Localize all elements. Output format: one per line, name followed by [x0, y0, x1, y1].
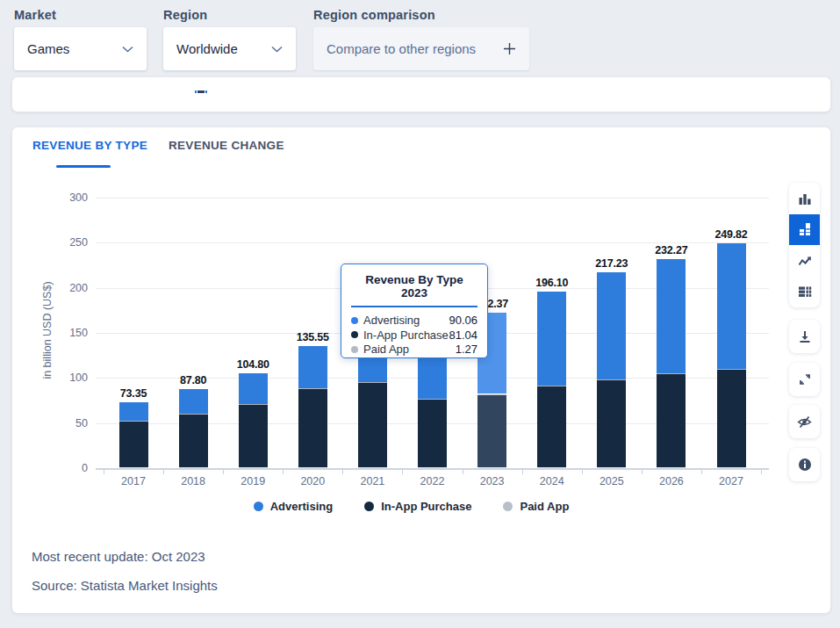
bar-segment-advertising-2018[interactable] [179, 389, 208, 414]
x-axis-tick [283, 470, 284, 474]
column-chart-icon[interactable] [789, 183, 820, 214]
bar-segment-paid-app-2019[interactable] [239, 467, 268, 468]
tooltip-series-dot [351, 317, 358, 324]
bar-segment-paid-app-2022[interactable] [418, 467, 447, 468]
bar-segment-advertising-2027[interactable] [717, 243, 746, 369]
legend-dot [503, 502, 513, 511]
x-axis-label: 2019 [225, 475, 281, 487]
x-axis-tick [104, 470, 104, 474]
market-filter-label: Market [14, 8, 56, 22]
bar-segment-in-app-purchase-2023[interactable] [477, 394, 506, 467]
bar-segment-in-app-purchase-2020[interactable] [298, 388, 327, 467]
bar-segment-advertising-2020[interactable] [298, 346, 327, 388]
x-axis-tick [463, 470, 463, 474]
stacked-chart-icon[interactable] [789, 214, 820, 246]
clipped-text-fragment [195, 90, 197, 93]
tooltip-series-value: 90.06 [449, 314, 477, 327]
chevron-down-icon [271, 46, 283, 53]
legend-item-paid-app[interactable]: Paid App [503, 500, 569, 513]
tooltip-row: In-App Purchase81.04 [351, 328, 477, 342]
bar-segment-advertising-2025[interactable] [597, 272, 626, 379]
line-chart-icon[interactable] [789, 245, 820, 277]
last-update-text: Most recent update: Oct 2023 [32, 549, 205, 564]
bar-segment-paid-app-2025[interactable] [597, 467, 626, 468]
tooltip-series-value: 81.04 [449, 328, 477, 342]
compare-regions-button[interactable]: Compare to other regions [313, 27, 529, 70]
bar-total-label: 217.23 [584, 257, 640, 270]
statista-market-insights-screen: Market Games Region Worldwide Region com… [0, 0, 840, 628]
bar-segment-in-app-purchase-2026[interactable] [657, 373, 686, 467]
legend-label: In-App Purchase [381, 500, 471, 513]
x-axis-tick [642, 470, 643, 474]
x-axis-tick [163, 470, 164, 474]
bar-segment-in-app-purchase-2022[interactable] [418, 399, 447, 467]
fullscreen-icon[interactable] [789, 363, 820, 396]
tooltip-series-label: In-App Purchase [363, 328, 449, 342]
bar-total-label: 135.55 [284, 331, 341, 343]
x-axis-tick [342, 470, 343, 474]
bar-segment-in-app-purchase-2017[interactable] [119, 421, 148, 467]
download-icon[interactable] [789, 320, 820, 353]
market-dropdown-value: Games [27, 41, 122, 56]
x-axis-label: 2018 [165, 475, 221, 487]
bar-total-label: 249.82 [703, 228, 759, 241]
bar-segment-advertising-2017[interactable] [119, 402, 148, 421]
chart-legend: AdvertisingIn-App PurchasePaid App [75, 500, 748, 513]
clipped-text-fragment [205, 90, 207, 93]
bar-total-label: 196.10 [524, 277, 580, 289]
info-icon[interactable] [789, 448, 820, 481]
x-axis-tick [402, 470, 403, 474]
bar-segment-paid-app-2020[interactable] [298, 467, 327, 468]
legend-item-in-app-purchase[interactable]: In-App Purchase [364, 500, 471, 513]
y-axis-label: 0 [51, 462, 88, 474]
region-comparison-label: Region comparison [313, 8, 435, 22]
compare-regions-button-text: Compare to other regions [327, 41, 503, 56]
market-dropdown[interactable]: Games [14, 27, 147, 70]
bar-segment-paid-app-2021[interactable] [358, 467, 387, 468]
legend-label: Advertising [270, 500, 334, 513]
bar-segment-in-app-purchase-2021[interactable] [358, 382, 387, 466]
tab-revenue-change[interactable]: REVENUE CHANGE [169, 139, 284, 152]
bar-segment-advertising-2019[interactable] [239, 373, 268, 404]
legend-item-advertising[interactable]: Advertising [254, 500, 334, 513]
x-axis-tick [582, 470, 583, 474]
x-axis-label: 2022 [405, 475, 461, 487]
y-axis-label: 150 [51, 327, 88, 339]
bar-segment-in-app-purchase-2024[interactable] [537, 386, 566, 467]
y-axis-label: 200 [51, 282, 88, 294]
x-axis-label: 2021 [344, 475, 400, 487]
y-axis-label: 250 [51, 236, 88, 249]
bar-segment-paid-app-2024[interactable] [537, 467, 566, 468]
region-dropdown-value: Worldwide [176, 41, 271, 56]
bar-segment-paid-app-2023[interactable] [477, 467, 506, 468]
bar-segment-in-app-purchase-2025[interactable] [597, 379, 626, 467]
x-axis-tick [701, 470, 702, 474]
tooltip-series-dot [351, 346, 358, 353]
y-axis-label: 50 [51, 417, 88, 429]
bar-segment-in-app-purchase-2018[interactable] [179, 414, 208, 467]
bar-segment-paid-app-2026[interactable] [657, 467, 686, 468]
region-dropdown[interactable]: Worldwide [163, 27, 296, 70]
tab-revenue-by-type[interactable]: REVENUE BY TYPE [32, 139, 147, 152]
plus-icon [503, 42, 516, 55]
x-axis-label: 2027 [703, 475, 759, 487]
bar-segment-paid-app-2017[interactable] [119, 467, 148, 468]
bar-total-label: 87.80 [165, 374, 221, 386]
tooltip-series-label: Advertising [363, 314, 449, 327]
tooltip-series-value: 1.27 [456, 343, 477, 356]
legend-label: Paid App [520, 500, 569, 513]
bar-segment-in-app-purchase-2027[interactable] [717, 369, 746, 467]
bar-segment-paid-app-2027[interactable] [717, 467, 746, 468]
hide-eye-icon[interactable] [789, 405, 820, 438]
bar-segment-advertising-2024[interactable] [537, 292, 566, 386]
bar-segment-advertising-2026[interactable] [657, 259, 686, 373]
tooltip-series-label: Paid App [363, 343, 456, 356]
x-axis-tick [761, 470, 762, 474]
table-icon[interactable] [789, 277, 820, 308]
bar-segment-paid-app-2018[interactable] [179, 467, 208, 468]
bar-segment-in-app-purchase-2019[interactable] [239, 404, 268, 467]
x-axis-label: 2026 [643, 475, 700, 487]
gridline [96, 198, 769, 199]
active-tab-underline [56, 165, 111, 168]
chart-tooltip: Revenue By Type 2023 Advertising90.06In-… [341, 263, 488, 358]
